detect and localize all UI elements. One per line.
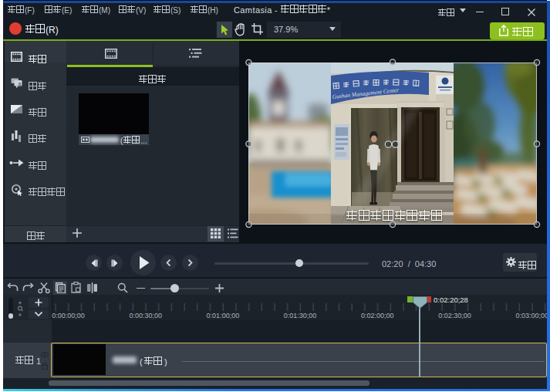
svg-text:a: a: [19, 81, 22, 86]
